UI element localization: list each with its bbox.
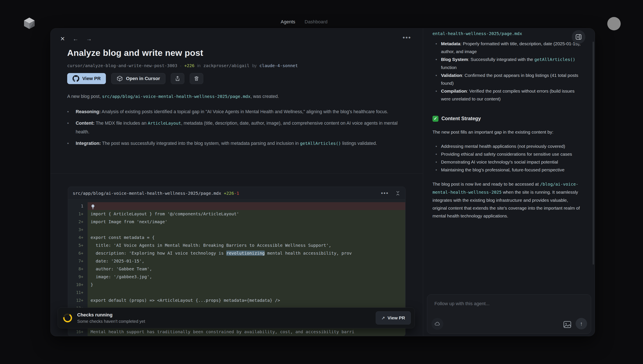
diff-line-number: 12+ [68, 296, 88, 304]
diff-line-code [88, 336, 405, 336]
diff-line-number: 16+ [68, 328, 88, 336]
diff-collapse-icon[interactable] [395, 190, 401, 196]
in-label: in [197, 63, 201, 68]
sidebar-bullet-list-1: •Metadata: Properly formatted with title… [433, 40, 582, 103]
repo-name[interactable]: zackproser/abigail [203, 63, 250, 68]
diff-line: 2+import Image from 'next/image' [68, 218, 405, 226]
diff-line-code [88, 226, 405, 234]
diff-more-icon[interactable]: ••• [381, 190, 389, 196]
collapse-sidebar-button[interactable] [572, 30, 585, 44]
diff-line-code: } [88, 281, 405, 288]
sidebar-bullet-item: •Demonstrating AI voice technology's soc… [433, 158, 582, 166]
lightbulb-icon [91, 204, 95, 210]
github-icon [73, 75, 79, 82]
bullet-dot: • [433, 166, 441, 174]
added-lines-count: +226 [184, 63, 194, 68]
diff-line-code [88, 288, 405, 296]
diff-line: 9+ image: '/gabbee3.jpg', [68, 273, 405, 281]
diff-line-code: image: '/gabbee3.jpg', [88, 273, 405, 281]
view-pr-button[interactable]: View PR [67, 73, 106, 84]
by-label: by [252, 63, 257, 68]
share-button[interactable] [171, 73, 184, 84]
sidebar-scrollbar[interactable] [593, 42, 594, 264]
diff-line-number: 7+ [68, 257, 88, 265]
sidebar-paragraph-1: The new post fills an important gap in t… [433, 128, 582, 136]
top-nav-tabs: Agents Dashboard [281, 19, 327, 25]
panel-collapse-icon [575, 33, 582, 41]
bullet-dot: • [67, 108, 76, 116]
subtitle-separator: · [180, 63, 182, 68]
share-icon [174, 76, 180, 82]
task-main-column: ✕ ← → ••• Analyze blog and write new pos… [51, 28, 423, 336]
summary-intro: A new blog post, src/app/blog/ai-voice-m… [67, 92, 403, 101]
diff-line: 17+ [68, 336, 405, 336]
tab-dashboard[interactable]: Dashboard [305, 19, 328, 25]
agent-report-sidebar: ental-health-wellness-2025/page.mdx •Met… [423, 28, 595, 336]
diff-line-code: import Image from 'next/image' [88, 218, 405, 226]
external-link-icon: ↗ [381, 315, 385, 320]
diff-line-code: export const metadata = { [88, 234, 405, 242]
sidebar-top-code: ental-health-wellness-2025/page.mdx [433, 30, 582, 38]
diff-line-code: description: 'Exploring how AI voice tec… [88, 249, 405, 257]
more-options-icon[interactable]: ••• [402, 34, 411, 41]
sidebar-bullet-item: •Compilation: Verified the post compiles… [433, 87, 582, 103]
diff-line: 12+export default (props) => <ArticleLay… [68, 296, 405, 304]
diff-line-code: export default (props) => <ArticleLayout… [88, 296, 405, 304]
diff-line-number: 9+ [68, 273, 88, 281]
forward-arrow-icon[interactable]: → [86, 36, 92, 42]
section-divider [51, 174, 423, 174]
diff-line-number: 11+ [68, 288, 88, 296]
close-icon[interactable]: ✕ [60, 36, 65, 42]
diff-line-number: 17+ [68, 336, 88, 336]
back-arrow-icon[interactable]: ← [73, 36, 78, 42]
attach-image-button[interactable] [563, 320, 572, 328]
diff-line-code: import { ArticleLayout } from '@/compone… [88, 210, 405, 218]
summary-bullet-list: •Reasoning: Analysis of existing posts i… [67, 108, 403, 150]
content-strategy-heading: ✓ Content Strategy [433, 115, 582, 122]
diff-line-number: 10+ [68, 281, 88, 288]
diff-line: 5+ title: 'AI Voice Agents in Mental Hea… [68, 242, 405, 249]
send-arrow-icon: ↑ [580, 320, 583, 327]
send-button[interactable]: ↑ [576, 318, 587, 330]
summary-bullet-item: •Reasoning: Analysis of existing posts i… [67, 108, 403, 116]
diff-header[interactable]: src/app/blog/ai-voice-mental-health-well… [68, 187, 405, 200]
followup-input[interactable] [427, 294, 591, 318]
cursor-logo-icon[interactable] [23, 16, 36, 30]
open-in-cursor-button[interactable]: Open in Cursor [111, 73, 165, 84]
inline-code: ArticleLayout [148, 121, 181, 126]
trash-icon [194, 76, 199, 81]
user-avatar[interactable] [607, 17, 621, 30]
diff-line-code: author: 'Gabbee Team', [88, 265, 405, 273]
diff-line-number: 5+ [68, 242, 88, 249]
bullet-dot: • [67, 119, 76, 136]
diff-line-code [88, 202, 405, 210]
sidebar-bullet-item: •Providing ethical and safety considerat… [433, 150, 582, 158]
image-icon [563, 320, 572, 328]
sidebar-bullet-list-2: •Addressing mental health applications (… [433, 142, 582, 174]
bullet-dot: • [67, 139, 76, 148]
file-path-inline-code: src/app/blog/ai-voice-mental-health-well… [102, 94, 251, 99]
bullet-dot: • [433, 56, 441, 71]
diff-line-number: 6+ [68, 249, 88, 257]
diff-line: 1 [68, 202, 405, 210]
cloud-mode-button[interactable] [432, 318, 443, 330]
followup-box: ↑ [427, 294, 591, 334]
task-title: Analyze blog and write new post [67, 48, 203, 58]
tab-agents[interactable]: Agents [281, 19, 295, 25]
sidebar-scroll-area[interactable]: ental-health-wellness-2025/page.mdx •Met… [423, 28, 595, 290]
diff-line-number: 8+ [68, 265, 88, 273]
task-subtitle: cursor/analyze-blog-and-write-new-post-3… [67, 63, 298, 68]
checks-title: Checks running [77, 312, 145, 318]
diff-line-number: 3+ [68, 226, 88, 234]
bullet-dot: • [433, 87, 441, 103]
agent-task-modal: ✕ ← → ••• Analyze blog and write new pos… [50, 28, 595, 336]
cursor-cube-icon [117, 76, 123, 82]
sidebar-bullet-item: •Metadata: Properly formatted with title… [433, 40, 582, 56]
checks-view-pr-button[interactable]: ↗ View PR [376, 311, 411, 324]
branch-name: cursor/analyze-blog-and-write-new-post-3… [67, 63, 177, 68]
bullet-dot: • [433, 142, 441, 150]
diff-line: 4+export const metadata = { [68, 234, 405, 242]
delete-button[interactable] [190, 73, 203, 84]
model-name: claude-4-sonnet [259, 63, 298, 68]
diff-line: 8+ author: 'Gabbee Team', [68, 265, 405, 273]
